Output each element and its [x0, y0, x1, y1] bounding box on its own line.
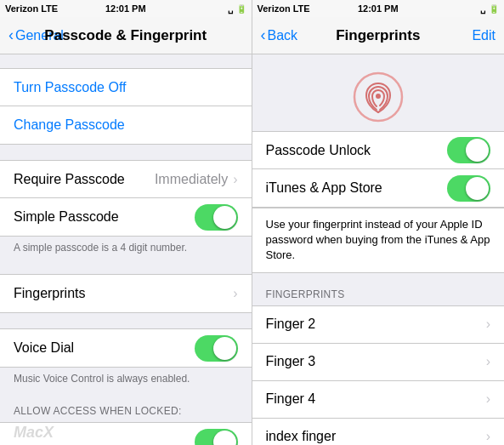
simple-passcode-toggle-thumb [213, 206, 236, 229]
require-passcode-chevron-icon: › [233, 172, 237, 187]
change-passcode-label: Change Passcode [14, 117, 238, 133]
left-section-fingerprints: Fingerprints › [0, 274, 252, 313]
right-back-chevron-icon: ‹ [261, 26, 266, 44]
finger-4-label: Finger 4 [266, 391, 486, 407]
right-carrier: Verizon [258, 3, 291, 14]
passcode-unlock-label: Passcode Unlock [266, 143, 448, 158]
simple-passcode-label: Simple Passcode [14, 209, 195, 225]
require-passcode-value: Immediately [155, 172, 228, 187]
index-finger-chevron-icon: › [486, 429, 490, 444]
index-finger-row[interactable]: index finger › [252, 419, 505, 445]
fingers-group: Finger 2 › Finger 3 › Finger 4 › index f… [252, 305, 505, 445]
itunes-app-store-label: iTunes & App Store [266, 180, 448, 196]
locked-toggle[interactable] [195, 429, 238, 446]
left-content: Turn Passcode Off Change Passcode Requir… [0, 54, 252, 445]
watermark-left: MacX [14, 424, 54, 442]
finger-4-row[interactable]: Finger 4 › [252, 381, 505, 419]
right-network: LTE [293, 3, 310, 14]
voice-dial-toggle-thumb [213, 337, 236, 360]
voice-group: Voice Dial [0, 328, 252, 368]
turn-passcode-off-label: Turn Passcode Off [14, 80, 238, 95]
left-time: 12:01 PM [105, 3, 146, 14]
left-carrier: Verizon [5, 3, 38, 14]
right-battery-icon: 🔋 [489, 4, 499, 14]
fingerprint-icon [353, 71, 404, 123]
finger-2-chevron-icon: › [486, 317, 490, 332]
itunes-app-store-toggle[interactable] [447, 175, 490, 202]
left-nav-title: Passcode & Fingerprint [44, 27, 207, 44]
fingerprint-icon-container [252, 54, 505, 131]
change-passcode-row[interactable]: Change Passcode [0, 106, 252, 144]
finger-4-chevron-icon: › [486, 391, 490, 407]
finger-2-row[interactable]: Finger 2 › [252, 306, 505, 344]
require-passcode-row[interactable]: Require Passcode Immediately › [0, 161, 252, 198]
fingerprints-row[interactable]: Fingerprints › [0, 275, 252, 312]
info-box: Use your fingerprint instead of your App… [252, 208, 505, 273]
locked-toggle-thumb [213, 431, 236, 446]
left-section-passcode: Turn Passcode Off Change Passcode [0, 68, 252, 145]
fingerprints-chevron-icon: › [233, 286, 237, 301]
svg-point-1 [376, 94, 381, 99]
index-finger-label: index finger [266, 429, 486, 444]
right-bluetooth-icon: ␣ [480, 4, 485, 14]
right-time: 12:01 PM [358, 3, 399, 14]
right-back-label[interactable]: Back [268, 28, 298, 43]
right-back-button[interactable]: ‹ Back [261, 26, 298, 44]
finger-3-chevron-icon: › [486, 354, 490, 369]
require-group: Require Passcode Immediately › Simple Pa… [0, 160, 252, 237]
require-passcode-label: Require Passcode [14, 172, 155, 187]
simple-passcode-footer: A simple passcode is a 4 digit number. [0, 237, 252, 259]
right-toggle-group: Passcode Unlock iTunes & App Store [252, 131, 505, 208]
simple-passcode-row[interactable]: Simple Passcode [0, 198, 252, 236]
turn-passcode-off-row[interactable]: Turn Passcode Off [0, 69, 252, 106]
right-edit-button[interactable]: Edit [472, 28, 496, 43]
voice-dial-footer: Music Voice Control is always enabled. [0, 368, 252, 390]
left-section-voice: Voice Dial Music Voice Control is always… [0, 328, 252, 390]
finger-2-label: Finger 2 [266, 317, 486, 332]
passcode-group: Turn Passcode Off Change Passcode [0, 68, 252, 145]
left-network: LTE [41, 3, 58, 14]
passcode-unlock-toggle-thumb [466, 139, 489, 162]
finger-3-row[interactable]: Finger 3 › [252, 344, 505, 381]
itunes-app-store-toggle-thumb [466, 177, 489, 200]
right-content: Passcode Unlock iTunes & App Store Use y… [252, 54, 505, 445]
right-nav-bar: ‹ Back Fingerprints Edit [252, 17, 505, 54]
itunes-app-store-row[interactable]: iTunes & App Store [252, 169, 505, 207]
left-back-chevron-icon: ‹ [8, 26, 14, 44]
info-text: Use your fingerprint instead of your App… [266, 218, 490, 261]
voice-dial-toggle[interactable] [195, 335, 238, 362]
left-section-require: Require Passcode Immediately › Simple Pa… [0, 160, 252, 259]
right-nav-title: Fingerprints [336, 27, 420, 44]
fingerprints-group: Fingerprints › [0, 274, 252, 313]
passcode-unlock-row[interactable]: Passcode Unlock [252, 132, 505, 169]
fingerprints-label: Fingerprints [14, 286, 233, 301]
fingerprints-section: FINGERPRINTS Finger 2 › Finger 3 › Finge… [252, 288, 505, 445]
voice-dial-label: Voice Dial [14, 340, 195, 356]
voice-dial-row[interactable]: Voice Dial [0, 329, 252, 367]
left-bluetooth-icon: ␣ [228, 4, 233, 14]
passcode-unlock-toggle[interactable] [447, 137, 490, 163]
left-status-bar: Verizon LTE 12:01 PM ␣ 🔋 [0, 0, 252, 17]
right-status-bar: Verizon LTE 12:01 PM ␣ 🔋 [252, 0, 505, 17]
finger-3-label: Finger 3 [266, 354, 486, 369]
fingerprints-section-label: FINGERPRINTS [252, 288, 505, 305]
left-battery-icon: 🔋 [236, 4, 246, 14]
simple-passcode-toggle[interactable] [195, 204, 238, 231]
locked-section-label: ALLOW ACCESS WHEN LOCKED: [0, 405, 252, 422]
left-nav-bar: ‹ General Passcode & Fingerprint [0, 17, 252, 54]
